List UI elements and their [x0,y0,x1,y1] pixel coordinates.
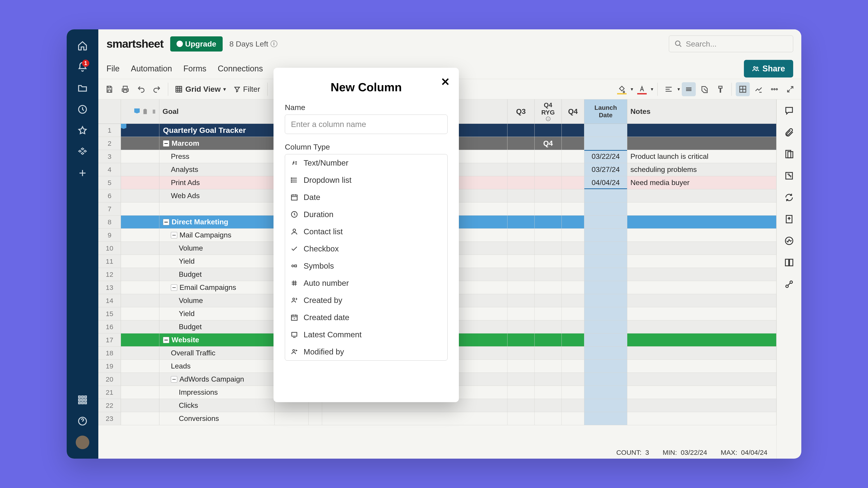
row-number[interactable]: 15 [98,307,121,320]
row-number[interactable]: 9 [98,229,121,241]
highlight-icon[interactable] [752,82,766,96]
row-number[interactable]: 22 [98,399,121,412]
row-number[interactable]: 17 [98,333,121,346]
column-type-option[interactable]: Checkbox [285,240,447,257]
update-requests-icon[interactable] [782,191,796,204]
format-painter-icon[interactable] [713,82,727,96]
row-number[interactable]: 2 [98,137,121,150]
font-color-icon[interactable] [635,82,649,96]
row-number[interactable]: 3 [98,150,121,163]
row-number[interactable]: 23 [98,412,121,425]
chevron-down-icon[interactable]: ▾ [651,86,653,92]
connections-icon[interactable] [782,278,796,291]
flag-icon [121,124,126,130]
row-number[interactable]: 20 [98,373,121,386]
redo-icon[interactable] [150,82,164,96]
attachments-icon[interactable] [782,126,796,139]
column-type-option[interactable]: Modified by [285,343,447,360]
col-launch[interactable]: Launch Date [584,99,627,124]
column-type-option[interactable]: Dropdown list [285,171,447,189]
column-type-option[interactable]: Symbols [285,257,447,274]
filter-button[interactable]: Filter [230,85,264,94]
share-button[interactable]: Share [744,60,793,77]
menu-forms[interactable]: Forms [183,64,206,73]
column-type-option[interactable]: Text/Number [285,154,447,171]
col-q4[interactable]: Q4 [562,99,584,124]
publish-icon[interactable] [782,213,796,226]
nav-add[interactable] [75,163,90,183]
col-notes[interactable]: Notes [627,99,776,124]
row-number[interactable]: 7 [98,202,121,215]
row-number[interactable]: 10 [98,242,121,255]
comments-icon[interactable] [782,104,796,118]
row-number[interactable]: 12 [98,268,121,281]
undo-icon[interactable] [134,82,148,96]
align-left-icon[interactable] [662,82,676,96]
row-number[interactable]: 8 [98,216,121,228]
nav-favorites[interactable] [75,121,90,140]
row-number[interactable]: 5 [98,176,121,189]
column-type-option[interactable]: Latest Comment [285,326,447,343]
chevron-down-icon[interactable]: ▾ [677,86,680,92]
summary-icon[interactable] [782,256,796,269]
filter-icon [234,86,241,93]
clear-format-icon[interactable] [698,82,712,96]
column-type-option[interactable]: Contact list [285,223,447,240]
col-q3[interactable]: Q3 [507,99,535,124]
search-input[interactable]: Search... [669,35,793,52]
nav-apps[interactable] [75,390,90,410]
row-number[interactable]: 19 [98,360,121,372]
menu-connections[interactable]: Connections [218,64,263,73]
expand-icon[interactable] [783,82,797,96]
activity-icon[interactable] [782,234,796,248]
close-icon[interactable]: ✕ [441,75,450,88]
nav-home[interactable] [75,36,90,56]
row-number[interactable]: 21 [98,386,121,399]
collapse-icon[interactable]: − [163,337,169,343]
col-goal[interactable]: Goal [159,99,275,124]
nav-workapps[interactable] [75,142,90,162]
nav-help[interactable] [75,411,90,431]
nav-notifications[interactable]: 1 [75,57,90,77]
chevron-down-icon[interactable]: ▾ [631,86,633,92]
collapse-icon[interactable]: − [163,219,169,225]
fill-color-icon[interactable] [615,82,629,96]
conditional-format-icon[interactable] [736,82,750,96]
collapse-icon[interactable]: − [171,232,177,238]
column-type-option[interactable]: Auto number [285,274,447,292]
row-number[interactable]: 16 [98,320,121,333]
column-name-input[interactable]: Enter a column name [285,115,447,134]
column-type-option[interactable]: Date [285,189,447,206]
row-number[interactable]: 6 [98,189,121,202]
people-icon [752,65,759,72]
upgrade-button[interactable]: Upgrade [170,36,223,52]
collapse-icon[interactable]: − [171,285,177,291]
info-icon[interactable]: i [271,40,277,47]
column-type-option[interactable]: Created by [285,292,447,309]
days-left: 8 Days Lefti [229,39,277,48]
row-number[interactable]: 13 [98,281,121,294]
row-number[interactable]: 14 [98,294,121,307]
row-number[interactable]: 11 [98,255,121,268]
row-number[interactable]: 4 [98,163,121,176]
grid-view-button[interactable]: Grid View ▾ [172,85,228,94]
more-icon[interactable] [767,82,781,96]
nav-avatar[interactable] [75,432,90,452]
save-icon[interactable] [102,82,116,96]
column-type-option[interactable]: Created date [285,309,447,326]
brand-icon[interactable] [782,169,796,183]
row-number[interactable]: 18 [98,347,121,359]
align-middle-icon[interactable] [682,82,696,96]
print-icon[interactable] [118,82,132,96]
menu-automation[interactable]: Automation [131,64,172,73]
table-row[interactable]: 23 Conversions [98,412,776,425]
nav-folder[interactable] [75,78,90,98]
column-type-option[interactable]: Duration [285,206,447,223]
menu-file[interactable]: File [106,64,120,73]
proofs-icon[interactable] [782,147,796,161]
col-q4ryg[interactable]: Q4 RYG [535,99,562,124]
collapse-icon[interactable]: − [163,140,169,147]
nav-recents[interactable] [75,99,90,119]
collapse-icon[interactable]: − [171,376,177,383]
row-number[interactable]: 1 [98,124,121,137]
